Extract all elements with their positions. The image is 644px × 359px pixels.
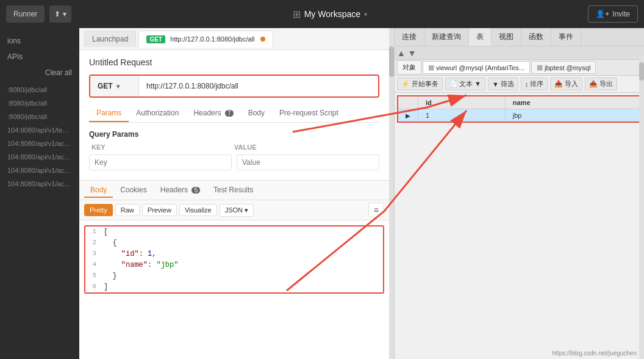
line-content: }: [104, 272, 117, 280]
value-input[interactable]: [237, 154, 379, 170]
table-row[interactable]: ▶ 1 jbp: [398, 109, 641, 123]
resp-tab-body[interactable]: Body: [84, 183, 113, 198]
tab-pre-request[interactable]: Pre-request Script: [272, 105, 346, 122]
scroll-down-icon[interactable]: ▼: [408, 48, 417, 58]
sidebar-item-ions[interactable]: ions: [0, 33, 79, 49]
db-tab-func[interactable]: 函数: [521, 28, 551, 46]
method-label: GET: [98, 82, 113, 90]
line-number: 3: [85, 250, 104, 258]
format-visualize[interactable]: Visualize: [179, 204, 217, 216]
history-item[interactable]: 104:8080/api/v1/test/ti: [0, 123, 79, 137]
workspace-name: My Workspace: [304, 9, 360, 19]
import-db-icon: 📥: [554, 80, 563, 88]
resp-tab-test-results[interactable]: Test Results: [207, 183, 259, 198]
invite-label: Invite: [612, 10, 630, 18]
line-content: "name": "jbp": [104, 261, 178, 269]
clear-all-button[interactable]: Clear all: [0, 65, 79, 81]
import-label: 导入: [565, 79, 578, 89]
format-dropdown[interactable]: JSON ▾: [220, 204, 254, 217]
response-tabs: Body Cookies Headers 5 Test Results: [79, 181, 389, 200]
line-number: 5: [85, 272, 104, 280]
name-cell: jbp: [505, 109, 641, 123]
row-indicator: ▶: [398, 109, 418, 123]
db-toolbar: ⚡ 开始事务 📄 文本 ▼ ▼ 筛选 ↕ 排序: [395, 76, 644, 93]
db-jbptest-label: jbptest @mysql: [545, 64, 590, 71]
db-tab-table[interactable]: 表: [469, 28, 492, 46]
db-viewurl-tab[interactable]: ▦ viewurl @mysql (AmbariTes...: [423, 61, 530, 74]
format-preview[interactable]: Preview: [142, 204, 177, 216]
code-line-1: 1 [: [85, 227, 383, 238]
id-column-header: id: [418, 96, 506, 109]
content-area: Launchpad GET http://127.0.0.1:8080/jdbc…: [79, 28, 389, 359]
line-content: ]: [104, 283, 108, 291]
method-select[interactable]: GET ▾: [90, 76, 139, 96]
launchpad-tab[interactable]: Launchpad: [84, 31, 136, 47]
headers-tab-label: Headers: [193, 109, 221, 117]
filter-btn[interactable]: ▼ 筛选: [488, 78, 518, 90]
code-line-6: 6 ]: [85, 281, 383, 292]
sort-btn[interactable]: ↕ 排序: [521, 78, 548, 90]
scroll-up-icon[interactable]: ▲: [397, 48, 406, 58]
db-tab-view[interactable]: 视图: [492, 28, 521, 46]
resp-body-label: Body: [90, 186, 107, 194]
history-item[interactable]: 104:8080/api/v1/action: [0, 137, 79, 150]
tab-body[interactable]: Body: [241, 105, 272, 122]
left-sidebar: ions APIs Clear all :8080/jdbc/all :8080…: [0, 28, 79, 359]
history-item[interactable]: :8080/jdbc/all: [0, 83, 79, 96]
name-column-header: name: [505, 96, 641, 109]
right-scrollbar[interactable]: [639, 56, 644, 359]
export-db-btn[interactable]: 📤 导出: [585, 78, 617, 90]
import-button[interactable]: ⬆ ▾: [49, 5, 71, 23]
history-item[interactable]: 104:8080/api/v1/action: [0, 150, 79, 164]
history-item[interactable]: 104:8080/api/v1/action: [0, 177, 79, 190]
format-pretty[interactable]: Pretty: [84, 204, 113, 216]
text-dropdown[interactable]: 📄 文本 ▼: [445, 78, 485, 90]
history-item[interactable]: 104:8080/api/v1/action: [0, 164, 79, 177]
invite-button[interactable]: 👤+ Invite: [588, 5, 638, 23]
sidebar-item-apis[interactable]: APIs: [0, 49, 79, 65]
url-input[interactable]: [139, 82, 378, 90]
db-jbptest-tab[interactable]: ▦ jbptest @mysql: [531, 61, 596, 74]
table-icon: ▦: [428, 63, 434, 71]
import-icon: ⬆: [54, 10, 60, 18]
db-panel: 连接 新建查询 表 视图 函数 事件: [394, 28, 644, 359]
request-area: Untitled Request GET ▾ Params: [79, 50, 389, 180]
key-input[interactable]: [89, 154, 232, 170]
auth-tab-label: Authorization: [136, 109, 179, 117]
line-content: "id": 1,: [104, 250, 156, 258]
begin-transaction-btn[interactable]: ⚡ 开始事务: [397, 78, 443, 90]
tab-headers[interactable]: Headers 7: [186, 105, 240, 122]
response-area: Body Cookies Headers 5 Test Results: [79, 180, 389, 299]
db-tab-connect[interactable]: 连接: [395, 28, 424, 46]
db-object-tabs: 对象 ▦ viewurl @mysql (AmbariTes... ▦ jbpt…: [395, 60, 644, 76]
params-tab-label: Params: [96, 109, 121, 117]
runner-button[interactable]: Runner: [6, 5, 45, 23]
format-raw[interactable]: Raw: [115, 204, 140, 216]
workspace-title[interactable]: ⊞ My Workspace ▾: [293, 9, 367, 20]
history-item[interactable]: :8080/jdbc/all: [0, 96, 79, 110]
db-tab-new-query[interactable]: 新建查询: [424, 28, 469, 46]
tab-authorization[interactable]: Authorization: [129, 105, 186, 122]
center-scrollbar[interactable]: [389, 28, 394, 359]
filter-icon: ▼: [492, 81, 499, 88]
params-section: Query Params KEY VALUE: [89, 128, 379, 173]
db-tab-view-label: 视图: [499, 32, 513, 42]
table-icon-2: ▦: [537, 63, 543, 71]
center-scroll-thumb[interactable]: [389, 46, 394, 77]
db-object-tab[interactable]: 对象: [397, 60, 421, 74]
export-db-icon: 📤: [589, 80, 598, 88]
resp-tab-headers[interactable]: Headers 5: [154, 183, 206, 198]
request-title: Untitled Request: [89, 57, 379, 67]
db-tab-event[interactable]: 事件: [551, 28, 581, 46]
tab-params[interactable]: Params: [89, 105, 129, 122]
resp-test-label: Test Results: [213, 186, 253, 194]
tab-bar: Launchpad GET http://127.0.0.1:8080/jdbc…: [79, 28, 389, 50]
import-db-btn[interactable]: 📥 导入: [550, 78, 582, 90]
request-tab[interactable]: GET http://127.0.0.1:8080/jdbc/all: [138, 31, 273, 48]
tab-url: http://127.0.0.1:8080/jdbc/all: [170, 35, 254, 43]
workspace-chevron-icon: ▾: [364, 11, 367, 18]
right-scroll-thumb[interactable]: [639, 62, 644, 81]
history-item[interactable]: :8080/jdbc/all: [0, 110, 79, 123]
resp-tab-cookies[interactable]: Cookies: [114, 183, 152, 198]
wrap-button[interactable]: ≡: [368, 203, 384, 217]
